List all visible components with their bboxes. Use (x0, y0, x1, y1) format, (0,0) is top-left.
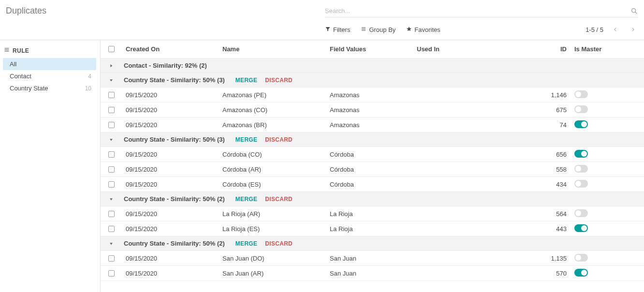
filters-label: Filters (333, 26, 350, 33)
group-row[interactable]: Country State - Similarity: 50% (3)MERGE… (101, 73, 644, 88)
sidebar-item-count: 10 (85, 85, 91, 92)
row-checkbox[interactable] (108, 151, 115, 158)
table-row[interactable]: 09/15/2020San Juan (AR)San Juan570 (101, 266, 644, 281)
is-master-toggle[interactable] (574, 180, 588, 188)
pager-prev-button[interactable] (610, 24, 621, 35)
row-checkbox[interactable] (108, 107, 115, 113)
pager-text[interactable]: 1-5 / 5 (585, 26, 603, 33)
group-inner: Contact - Similarity: 92% (2) (122, 62, 644, 69)
favorites-label: Favorites (414, 26, 440, 33)
group-row[interactable]: Contact - Similarity: 92% (2) (101, 58, 644, 73)
row-checkbox[interactable] (108, 181, 115, 188)
row-checkbox[interactable] (108, 255, 115, 262)
favorites-button[interactable]: Favorites (406, 26, 440, 33)
select-all-checkbox[interactable] (108, 46, 115, 52)
table-row[interactable]: 09/15/2020Amazonas (BR)Amazonas74 (101, 117, 644, 132)
star-icon (406, 26, 412, 33)
merge-button[interactable]: MERGE (235, 136, 258, 143)
td-created-on: 09/15/2020 (122, 106, 219, 114)
table-row[interactable]: 09/15/2020La Rioja (ES)La Rioja443 (101, 221, 644, 236)
discard-button[interactable]: DISCARD (265, 77, 293, 84)
sidebar-title: RULE (3, 45, 96, 58)
td-id: 434 (510, 181, 572, 188)
td-is-master (572, 254, 630, 263)
th-created-on[interactable]: Created On (122, 45, 219, 53)
discard-button[interactable]: DISCARD (265, 240, 293, 247)
row-checkbox[interactable] (108, 166, 115, 173)
merge-button[interactable]: MERGE (235, 196, 258, 203)
sidebar-item[interactable]: Country State10 (3, 82, 96, 94)
is-master-toggle[interactable] (574, 120, 588, 128)
is-master-toggle[interactable] (574, 150, 588, 158)
toolbar-right: 1-5 / 5 (585, 24, 638, 35)
td-select (101, 181, 122, 188)
row-checkbox[interactable] (108, 211, 115, 217)
table-row[interactable]: 09/15/2020Amazonas (CO)Amazonas675 (101, 102, 644, 117)
th-field-values[interactable]: Field Values (326, 45, 413, 53)
is-master-toggle[interactable] (574, 224, 588, 232)
td-field-values: Amazonas (326, 106, 413, 114)
sidebar-item[interactable]: All (3, 58, 96, 70)
table-row[interactable]: 09/15/2020La Rioja (AR)La Rioja564 (101, 206, 644, 221)
discard-button[interactable]: DISCARD (265, 136, 293, 143)
td-name: Amazonas (PE) (219, 91, 326, 99)
th-is-master[interactable]: Is Master (572, 45, 630, 53)
row-checkbox[interactable] (108, 226, 115, 232)
merge-button[interactable]: MERGE (235, 240, 258, 247)
group-row[interactable]: Country State - Similarity: 50% (2)MERGE… (101, 236, 644, 251)
svg-line-1 (635, 12, 637, 14)
discard-button[interactable]: DISCARD (265, 196, 293, 203)
td-select (101, 270, 122, 277)
td-field-values: Amazonas (326, 121, 413, 129)
is-master-toggle[interactable] (574, 254, 588, 262)
row-checkbox[interactable] (108, 92, 115, 98)
table-row[interactable]: 09/15/2020Córdoba (AR)Córdoba558 (101, 162, 644, 177)
td-is-master (572, 105, 630, 115)
td-id: 443 (510, 225, 572, 233)
td-id: 1,146 (510, 91, 572, 99)
td-field-values: Córdoba (326, 181, 413, 188)
filters-button[interactable]: Filters (325, 26, 350, 33)
th-id[interactable]: ID (510, 45, 572, 53)
td-name: Amazonas (CO) (219, 106, 326, 114)
sidebar-item-label: Contact (10, 73, 31, 80)
td-name: Amazonas (BR) (219, 121, 326, 129)
is-master-toggle[interactable] (574, 105, 588, 113)
table-row[interactable]: 09/15/2020Córdoba (CO)Córdoba656 (101, 147, 644, 162)
search-input[interactable] (325, 6, 630, 15)
group-label: Contact - Similarity: 92% (2) (124, 62, 207, 69)
is-master-toggle[interactable] (574, 269, 588, 277)
is-master-toggle[interactable] (574, 209, 588, 217)
toolbar: Filters Group By (325, 17, 638, 40)
table-row[interactable]: 09/15/2020San Juan (DO)San Juan1,135 (101, 251, 644, 266)
td-id: 656 (510, 151, 572, 158)
toolbar-left: Filters Group By (325, 26, 440, 33)
td-select (101, 151, 122, 158)
td-select (101, 122, 122, 128)
pager-next-button[interactable] (628, 24, 638, 35)
is-master-toggle[interactable] (574, 90, 588, 98)
group-row[interactable]: Country State - Similarity: 50% (2)MERGE… (101, 192, 644, 206)
sidebar-item[interactable]: Contact4 (3, 70, 96, 82)
th-name[interactable]: Name (219, 45, 326, 53)
td-created-on: 09/15/2020 (122, 151, 219, 158)
caret-right-icon (109, 63, 114, 68)
group-row[interactable]: Country State - Similarity: 50% (3)MERGE… (101, 132, 644, 147)
search-icon[interactable] (630, 7, 638, 15)
td-is-master (572, 224, 630, 234)
table: Created On Name Field Values Used In ID … (101, 40, 644, 281)
group-by-button[interactable]: Group By (361, 26, 395, 33)
sidebar-item-label: Country State (10, 85, 48, 92)
merge-button[interactable]: MERGE (235, 77, 258, 84)
td-id: 74 (510, 121, 572, 129)
td-created-on: 09/15/2020 (122, 210, 219, 218)
table-row[interactable]: 09/15/2020Córdoba (ES)Córdoba434 (101, 177, 644, 192)
hamburger-icon (4, 47, 10, 54)
th-used-in[interactable]: Used In (413, 45, 510, 53)
row-checkbox[interactable] (108, 122, 115, 128)
table-row[interactable]: 09/15/2020Amazonas (PE)Amazonas1,146 (101, 88, 644, 102)
td-is-master (572, 120, 630, 130)
row-checkbox[interactable] (108, 270, 115, 277)
is-master-toggle[interactable] (574, 165, 588, 173)
td-is-master (572, 165, 630, 174)
